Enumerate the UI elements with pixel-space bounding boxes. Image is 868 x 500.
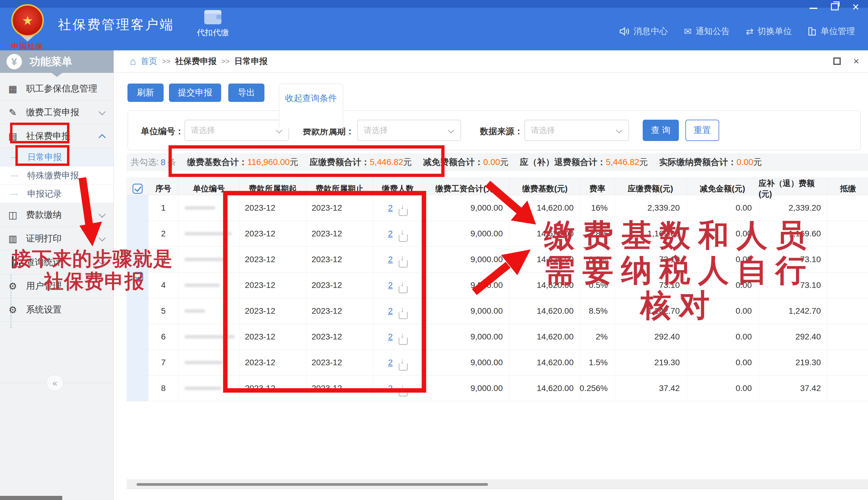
summary-bar: 共勾选: 8 条 缴费基数合计：116,960.00元 应缴费额合计：5,446… <box>126 154 868 171</box>
tab-restore-icon[interactable] <box>833 57 841 65</box>
cell-rate: 8% <box>580 221 614 247</box>
sidebar-item-declare-records[interactable]: 申报记录 <box>0 185 113 203</box>
people-count-link[interactable]: 2 <box>388 203 393 213</box>
table-row[interactable]: 5 2023-12 2023-12 2 ↓ 9,000.00 14,620.00… <box>126 298 868 324</box>
cell-offset <box>828 247 868 272</box>
data-source-select[interactable]: 请选择 <box>524 120 629 141</box>
sidebar-item-certificate-print[interactable]: ▥ 证明打印 <box>0 227 113 251</box>
fee-period-select[interactable]: 请选择 <box>357 120 461 141</box>
envelope-icon: ✉ <box>684 26 692 37</box>
nav-withhold[interactable]: 代扣代缴 <box>192 10 234 38</box>
table-body: 1 2023-12 2023-12 2 ↓ 9,000.00 14,620.00… <box>126 195 868 401</box>
select-all-checkbox[interactable] <box>133 184 143 194</box>
checked-count: 8 <box>161 158 165 167</box>
home-icon[interactable]: ⌂ <box>130 56 136 67</box>
download-icon[interactable]: ↓ <box>399 363 408 371</box>
download-icon[interactable]: ↓ <box>399 235 408 242</box>
unit-redaction <box>185 283 220 287</box>
summary-payable: 应缴费额合计：5,446.82元 <box>310 156 412 168</box>
cell-rate: 0.256% <box>580 376 614 401</box>
scrollbar-thumb[interactable] <box>137 483 488 486</box>
row-checkbox-cell <box>126 195 148 221</box>
settings-gear-icon: ⚙ <box>7 304 18 316</box>
table-row[interactable]: 4 2023-12 2023-12 2 ↓ 9,000.00 14,620.00… <box>126 273 868 298</box>
window-bottom-scrollbar[interactable] <box>0 496 62 500</box>
table-row[interactable]: 7 2023-12 2023-12 2 ↓ 9,000.00 14,620.00… <box>126 350 868 376</box>
download-icon[interactable]: ↓ <box>399 286 408 293</box>
sidebar-item-query-statistics[interactable]: 查询统计 <box>0 251 113 274</box>
menu-switch-unit[interactable]: ⇄ 切换单位 <box>746 25 792 37</box>
cell-unit-number <box>178 247 240 272</box>
download-icon[interactable]: ↓ <box>399 209 408 216</box>
sidebar-item-fee-payment[interactable]: ◫ 费款缴纳 <box>0 203 113 227</box>
swap-arrows-icon: ⇄ <box>746 26 754 37</box>
reset-button[interactable]: 重置 <box>686 120 719 141</box>
download-icon[interactable]: ↓ <box>399 389 408 396</box>
unit-number-select[interactable]: 请选择 <box>185 120 289 141</box>
cell-payment-base: 14,620.00 <box>510 195 580 221</box>
cell-people: 2 ↓ <box>373 195 423 221</box>
tab-close-icon[interactable]: × <box>853 57 859 65</box>
sidebar-item-user-management[interactable]: ⚙ 用户管理 <box>0 274 113 298</box>
sidebar-item-special-declare[interactable]: 特殊缴费申报 <box>0 167 113 185</box>
breadcrumb-level1: 社保费申报 <box>175 56 217 67</box>
cell-refund: 219.30 <box>759 350 828 375</box>
chevron-down-icon <box>98 234 105 241</box>
row-checkbox-cell <box>126 247 148 272</box>
cell-payable: 2,339.20 <box>614 195 687 221</box>
cell-period-start: 2023-12 <box>240 273 306 298</box>
query-button[interactable]: 查 询 <box>643 120 679 141</box>
building-icon <box>808 27 817 36</box>
cell-rate: 0.5% <box>580 273 614 298</box>
menu-notices[interactable]: ✉ 通知公告 <box>684 25 730 37</box>
cell-payment-base: 14,620.00 <box>510 221 580 247</box>
table-row[interactable]: 1 2023-12 2023-12 2 ↓ 9,000.00 14,620.00… <box>126 195 868 221</box>
minimize-icon[interactable] <box>810 8 817 9</box>
people-count-link[interactable]: 2 <box>388 281 393 290</box>
table-row[interactable]: 6 2023-12 2023-12 2 ↓ 9,000.00 14,620.00… <box>126 324 868 350</box>
people-count-link[interactable]: 2 <box>388 229 393 238</box>
refresh-button[interactable]: 刷新 <box>127 83 164 102</box>
cell-people: 2 ↓ <box>373 247 423 272</box>
table-row[interactable]: 3 2023-12 2023-12 2 ↓ 9,000.00 14,620.00… <box>126 247 868 273</box>
row-checkbox[interactable] <box>133 272 143 282</box>
breadcrumb-home[interactable]: 首页 <box>141 56 157 67</box>
cell-payable: 1,242.70 <box>614 298 687 324</box>
cell-reduction: 0.00 <box>687 195 759 221</box>
people-count-link[interactable]: 2 <box>388 255 393 264</box>
chevron-down-icon <box>616 127 622 133</box>
cell-payable: 73.10 <box>614 247 687 272</box>
close-icon[interactable]: × <box>852 2 859 11</box>
submit-declaration-button[interactable]: 提交申报 <box>169 83 221 102</box>
export-button[interactable]: 导出 <box>228 83 265 102</box>
table-row[interactable]: 8 2023-12 2023-12 2 ↓ 9,000.00 14,620.00… <box>126 376 868 401</box>
sidebar-collapse-button[interactable]: « <box>46 375 63 391</box>
sidebar-item-employee-info[interactable]: ▦ 职工参保信息管理 <box>0 77 113 101</box>
cell-period-end: 2023-12 <box>306 273 373 298</box>
download-icon[interactable]: ↓ <box>399 312 408 319</box>
people-count-link[interactable]: 2 <box>388 358 393 367</box>
people-count-link[interactable]: 2 <box>388 306 393 316</box>
collapse-query-tab[interactable]: 收起查询条件 <box>279 83 343 128</box>
sidebar-item-daily-declare[interactable]: 日常申报 <box>0 148 113 167</box>
table-row[interactable]: 2 2023-12 2023-12 2 ↓ 9,000.00 14,620.00… <box>126 221 868 247</box>
yuan-coin-icon: ¥ <box>7 54 22 69</box>
people-count-link[interactable]: 2 <box>388 384 393 393</box>
sidebar-item-salary-declare[interactable]: ✎ 缴费工资申报 <box>0 101 113 124</box>
download-icon[interactable]: ↓ <box>399 338 408 345</box>
sidebar-item-social-declare[interactable]: ▤ 社保费申报 <box>0 124 113 148</box>
download-icon[interactable]: ↓ <box>399 260 408 268</box>
menu-unit-management[interactable]: 单位管理 <box>808 25 855 37</box>
people-count-link[interactable]: 2 <box>388 332 393 342</box>
cell-reduction: 0.00 <box>687 247 759 272</box>
restore-icon[interactable] <box>831 3 839 10</box>
roster-icon: ▦ <box>7 83 18 94</box>
cell-salary-total: 9,000.00 <box>423 324 510 350</box>
cell-period-end: 2023-12 <box>306 247 373 272</box>
chevron-down-icon <box>98 258 105 265</box>
sidebar-item-system-settings[interactable]: ⚙ 系统设置 <box>0 298 113 322</box>
book-icon: ◫ <box>7 209 18 221</box>
unit-redaction <box>185 361 223 364</box>
menu-message-center[interactable]: 消息中心 <box>620 25 668 37</box>
data-source-label: 数据来源： <box>480 126 523 137</box>
